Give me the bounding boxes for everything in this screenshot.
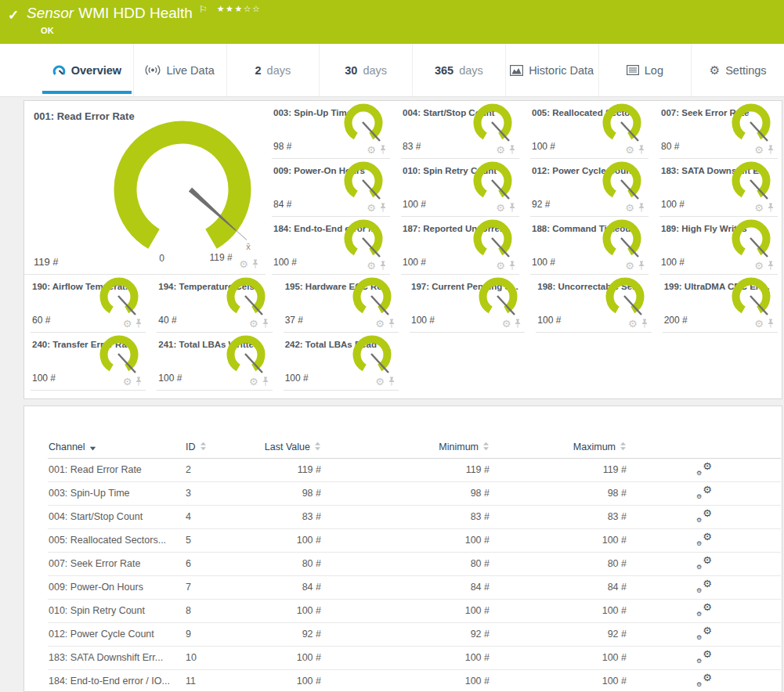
table-row[interactable]: 183: SATA Downshift Err... 10 100 # 100 … xyxy=(48,646,781,669)
column-header-last-value[interactable]: Last Value xyxy=(240,438,322,458)
channel-edit-gear-icon[interactable]: ⚙ xyxy=(502,319,511,329)
pin-icon[interactable] xyxy=(514,319,522,329)
pin-icon[interactable] xyxy=(135,319,143,329)
pin-icon[interactable] xyxy=(379,145,387,155)
table-row[interactable]: 009: Power-On Hours 7 84 # 84 # 84 # ⚙ ⚙ xyxy=(48,575,781,599)
pin-icon[interactable] xyxy=(508,145,516,155)
channel-settings-gears-icon[interactable]: ⚙ ⚙ xyxy=(696,463,712,475)
table-row[interactable]: 001: Read Error Rate 2 119 # 119 # 119 #… xyxy=(48,458,781,481)
channel-edit-gear-icon[interactable]: ⚙ xyxy=(496,261,505,271)
channel-settings-gears-icon[interactable]: ⚙ ⚙ xyxy=(696,510,712,522)
pin-icon[interactable] xyxy=(388,319,396,329)
table-row[interactable]: 012: Power Cycle Count 9 92 # 92 # 92 # … xyxy=(48,622,781,646)
channel-gauge-cell[interactable]: 184: End-to-End error /... 100 # ⚙ xyxy=(272,217,390,275)
tab-30-days[interactable]: 30 days xyxy=(319,44,412,96)
pin-icon[interactable] xyxy=(379,261,387,271)
channel-edit-gear-icon[interactable]: ⚙ xyxy=(375,319,385,329)
pin-icon[interactable] xyxy=(767,319,775,329)
channel-gauge-cell[interactable]: 198: Uncorrectable Se... 100 # ⚙ xyxy=(536,275,651,333)
pin-icon[interactable] xyxy=(638,145,645,155)
channel-gauge-cell[interactable]: 195: Hardware ECC Re... 37 # ⚙ xyxy=(284,275,399,333)
pin-icon[interactable] xyxy=(641,319,649,329)
column-header-minimum[interactable]: Minimum xyxy=(322,438,490,458)
channel-edit-gear-icon[interactable]: ⚙ xyxy=(628,319,638,329)
table-row[interactable]: 004: Start/Stop Count 4 83 # 83 # 83 # ⚙… xyxy=(48,505,781,528)
column-header-id[interactable]: ID xyxy=(185,438,240,458)
channel-edit-gear-icon[interactable]: ⚙ xyxy=(375,377,385,387)
channel-gauge-cell[interactable]: 005: Reallocated Secto... 100 # ⚙ xyxy=(530,101,649,159)
tab-365-days[interactable]: 365 days xyxy=(412,44,505,96)
pin-icon[interactable] xyxy=(638,203,645,213)
channel-edit-gear-icon[interactable]: ⚙ xyxy=(249,377,258,387)
pin-icon[interactable] xyxy=(638,261,645,271)
channel-gauge-cell[interactable]: 010: Spin Retry Count 100 # ⚙ xyxy=(401,159,519,217)
channel-edit-gear-icon[interactable]: ⚙ xyxy=(754,203,764,213)
pin-icon[interactable] xyxy=(262,319,269,329)
pin-icon[interactable] xyxy=(135,377,143,387)
channel-edit-gear-icon[interactable]: ⚙ xyxy=(123,377,132,387)
column-header-channel[interactable]: Channel xyxy=(48,438,185,458)
tab-settings[interactable]: ⚙ Settings xyxy=(691,44,784,96)
channel-settings-gears-icon[interactable]: ⚙ ⚙ xyxy=(696,651,712,663)
table-row[interactable]: 007: Seek Error Rate 6 80 # 80 # 80 # ⚙ … xyxy=(48,552,781,575)
channel-edit-gear-icon[interactable]: ⚙ xyxy=(249,319,258,329)
channel-gauge-cell[interactable]: 004: Start/Stop Count 83 # ⚙ xyxy=(401,101,519,159)
channel-gauge-cell[interactable]: 007: Seek Error Rate 80 # ⚙ xyxy=(659,101,778,159)
channel-edit-gear-icon[interactable]: ⚙ xyxy=(754,145,764,155)
channel-edit-gear-icon[interactable]: ⚙ xyxy=(367,203,376,213)
channel-edit-gear-icon[interactable]: ⚙ xyxy=(496,203,505,213)
channel-gauge-cell[interactable]: 189: High Fly Writes 100 # ⚙ xyxy=(659,217,778,275)
channel-gauge-cell[interactable]: 009: Power-On Hours 84 # ⚙ xyxy=(272,159,390,217)
pin-icon[interactable] xyxy=(767,203,775,213)
channel-edit-gear-icon[interactable]: ⚙ xyxy=(367,145,376,155)
channel-settings-gears-icon[interactable]: ⚙ ⚙ xyxy=(696,557,712,569)
pin-icon[interactable] xyxy=(767,261,775,271)
channel-gauge-cell[interactable]: 240: Transfer Error Rate 100 # ⚙ xyxy=(31,333,146,391)
pin-icon[interactable] xyxy=(508,261,516,271)
channel-edit-gear-icon[interactable]: ⚙ xyxy=(754,319,764,329)
tab-overview[interactable]: Overview xyxy=(41,44,133,96)
channel-gauge-cell[interactable]: 242: Total LBAs Read 100 # ⚙ xyxy=(284,333,399,391)
channel-settings-gears-icon[interactable]: ⚙ ⚙ xyxy=(696,604,712,616)
channel-settings-gears-icon[interactable]: ⚙ ⚙ xyxy=(696,674,712,687)
pin-icon[interactable] xyxy=(379,203,387,213)
pin-icon[interactable] xyxy=(262,377,269,387)
channel-gauge-cell[interactable]: 197: Current Pending S... 100 # ⚙ xyxy=(410,275,525,333)
channel-settings-gears-icon[interactable]: ⚙ ⚙ xyxy=(696,627,712,640)
tab-historic-data[interactable]: Historic Data xyxy=(505,44,598,96)
table-row[interactable]: 003: Spin-Up Time 3 98 # 98 # 98 # ⚙ ⚙ xyxy=(48,481,781,505)
pin-icon[interactable] xyxy=(388,377,396,387)
pin-icon[interactable] xyxy=(251,259,259,269)
channel-gauge-cell[interactable]: 190: Airflow Temperat... 60 # ⚙ xyxy=(31,275,146,333)
channel-edit-gear-icon[interactable]: ⚙ xyxy=(123,319,132,329)
channel-gauge-cell[interactable]: 194: Temperature Cels... 40 # ⚙ xyxy=(157,275,272,333)
tab-log[interactable]: Log xyxy=(598,44,692,96)
channel-gauge-cell[interactable]: 241: Total LBAs Written 100 # ⚙ xyxy=(157,333,272,391)
channel-settings-gears-icon[interactable]: ⚙ ⚙ xyxy=(696,580,712,593)
table-row[interactable]: 005: Reallocated Sectors... 5 100 # 100 … xyxy=(48,528,781,552)
channel-settings-gears-icon[interactable]: ⚙ ⚙ xyxy=(696,533,712,546)
channel-gauge-cell[interactable]: 199: UltraDMA CRC Err... 200 # ⚙ xyxy=(663,275,778,333)
channel-gauge-cell[interactable]: 188: Command Timeout 100 # ⚙ xyxy=(530,217,649,275)
channel-settings-gears-icon[interactable]: ⚙ ⚙ xyxy=(696,486,712,499)
channel-edit-gear-icon[interactable]: ⚙ xyxy=(625,261,634,271)
channel-edit-gear-icon[interactable]: ⚙ xyxy=(625,203,634,213)
channel-gauge-cell[interactable]: 183: SATA Downshift E... 100 # ⚙ xyxy=(659,159,778,217)
channel-edit-gear-icon[interactable]: ⚙ xyxy=(239,259,248,269)
channel-edit-gear-icon[interactable]: ⚙ xyxy=(496,145,505,155)
channel-gauge-cell[interactable]: 012: Power Cycle Count 92 # ⚙ xyxy=(530,159,649,217)
channel-edit-gear-icon[interactable]: ⚙ xyxy=(754,261,764,271)
channel-edit-gear-icon[interactable]: ⚙ xyxy=(367,261,376,271)
primary-channel-gauge-cell[interactable]: 001: Read Error Rate x̄ 0 119 # 119 # ⚙ xyxy=(24,101,266,275)
table-row[interactable]: 184: End-to-End error / IO... 11 100 # 1… xyxy=(48,669,781,692)
tab-live-data[interactable]: Live Data xyxy=(133,44,226,96)
flag-icon[interactable]: ⚐ xyxy=(199,4,208,15)
pin-icon[interactable] xyxy=(767,145,775,155)
pin-icon[interactable] xyxy=(508,203,516,213)
channel-gauge-cell[interactable]: 003: Spin-Up Time 98 # ⚙ xyxy=(272,101,390,159)
channel-edit-gear-icon[interactable]: ⚙ xyxy=(625,145,634,155)
channel-gauge-cell[interactable]: 187: Reported Uncorre... 100 # ⚙ xyxy=(401,217,519,275)
tab-2-days[interactable]: 2 days xyxy=(226,44,320,96)
column-header-maximum[interactable]: Maximum xyxy=(490,438,627,458)
table-row[interactable]: 010: Spin Retry Count 8 100 # 100 # 100 … xyxy=(48,599,781,622)
